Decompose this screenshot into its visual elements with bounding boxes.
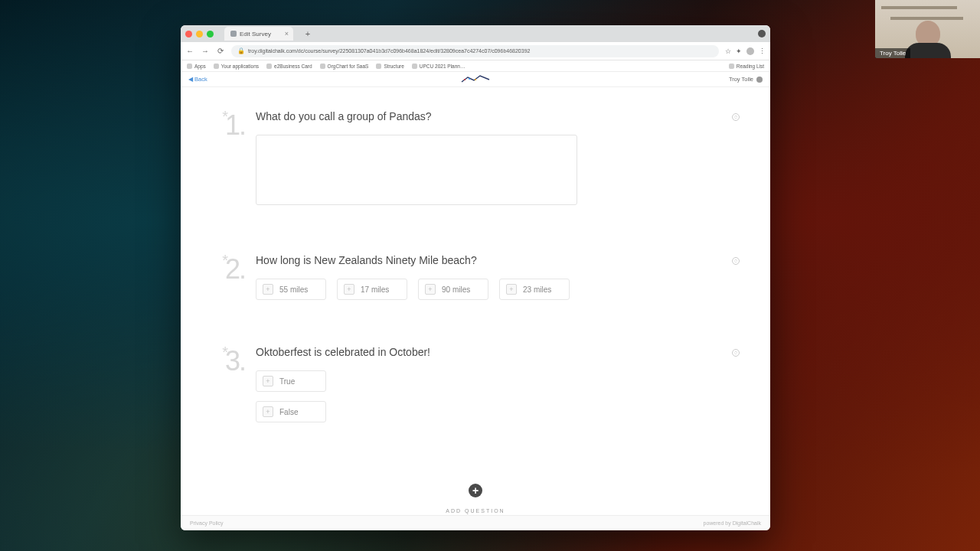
svg-point-2 bbox=[475, 79, 476, 80]
user-name: Troy Tolle bbox=[729, 76, 753, 83]
close-tab-icon[interactable]: × bbox=[285, 30, 289, 37]
radio-icon: + bbox=[263, 376, 273, 386]
bookmark-item[interactable]: Structure bbox=[376, 64, 403, 69]
svg-point-1 bbox=[469, 78, 470, 80]
question-block: *1. What do you call a group of Pandas? bbox=[211, 110, 740, 208]
svg-point-0 bbox=[464, 79, 466, 80]
question-number: *2. bbox=[211, 254, 245, 300]
bookmark-item[interactable]: e2Business Card bbox=[266, 64, 312, 69]
window-close-dot[interactable] bbox=[758, 30, 766, 37]
radio-icon: + bbox=[344, 284, 354, 295]
minimize-window-button[interactable] bbox=[196, 31, 203, 37]
reading-list[interactable]: Reading List bbox=[729, 64, 764, 69]
participant-name: Troy Tolle bbox=[875, 48, 910, 58]
browser-window: Edit Survey × + ← → ⟳ 🔒 troy.digitalchal… bbox=[181, 25, 770, 530]
radio-icon: + bbox=[263, 406, 273, 417]
url-field[interactable]: 🔒 troy.digitalchalk.com/dc/course/survey… bbox=[231, 45, 719, 57]
tab-favicon bbox=[230, 31, 237, 37]
powered-by: powered by DigitalChalk bbox=[704, 520, 761, 526]
browser-tab[interactable]: Edit Survey × bbox=[224, 27, 293, 41]
bookmark-apps[interactable]: Apps bbox=[187, 64, 206, 69]
page-footer: Privacy Policy powered by DigitalChalk bbox=[181, 515, 770, 530]
app-header: ◀ Back Troy Tolle bbox=[181, 72, 770, 87]
tab-strip: Edit Survey × + bbox=[181, 25, 770, 42]
menu-icon[interactable]: ⋮ bbox=[759, 47, 766, 55]
choice-option[interactable]: +17 miles bbox=[337, 279, 407, 300]
back-link[interactable]: ◀ Back bbox=[188, 76, 207, 83]
question-settings-icon[interactable] bbox=[732, 349, 740, 357]
bookmarks-bar: Apps Your applications e2Business Card O… bbox=[181, 60, 770, 72]
forward-button[interactable]: → bbox=[201, 47, 210, 55]
user-menu[interactable]: Troy Tolle bbox=[729, 76, 763, 83]
question-number: *3. bbox=[211, 346, 245, 422]
question-title[interactable]: What do you call a group of Pandas? bbox=[256, 110, 577, 122]
app-logo[interactable] bbox=[460, 74, 491, 85]
user-icon bbox=[756, 77, 763, 83]
radio-icon: + bbox=[506, 284, 517, 295]
video-call-thumbnail[interactable]: Troy Tolle bbox=[875, 0, 980, 58]
add-question-button[interactable]: + ADD QUESTION bbox=[211, 468, 740, 515]
plus-icon: + bbox=[469, 484, 482, 497]
bookmark-item[interactable]: OrgChart for SaaS bbox=[320, 64, 369, 69]
lock-icon: 🔒 bbox=[237, 47, 245, 54]
question-block: *2. How long is New Zealands Ninety Mile… bbox=[211, 254, 740, 300]
question-settings-icon[interactable] bbox=[732, 113, 740, 121]
new-tab-button[interactable]: + bbox=[302, 28, 313, 39]
url-text: troy.digitalchalk.com/dc/course/survey/2… bbox=[248, 48, 530, 54]
choice-option[interactable]: +90 miles bbox=[418, 279, 488, 300]
profile-avatar-icon[interactable] bbox=[746, 47, 754, 55]
question-block: *3. Oktoberfest is celebrated in October… bbox=[211, 346, 740, 422]
close-window-button[interactable] bbox=[185, 31, 192, 37]
bookmark-item[interactable]: UPCU 2021 Plann… bbox=[412, 64, 466, 69]
address-bar: ← → ⟳ 🔒 troy.digitalchalk.com/dc/course/… bbox=[181, 42, 770, 60]
radio-icon: + bbox=[425, 284, 436, 295]
answer-textarea[interactable] bbox=[256, 135, 577, 205]
choice-option[interactable]: +23 miles bbox=[499, 279, 570, 300]
choice-option[interactable]: +True bbox=[256, 370, 326, 392]
choice-option[interactable]: +False bbox=[256, 401, 326, 422]
maximize-window-button[interactable] bbox=[207, 31, 214, 37]
tab-title: Edit Survey bbox=[240, 31, 271, 37]
radio-icon: + bbox=[263, 284, 273, 295]
question-settings-icon[interactable] bbox=[732, 257, 740, 265]
privacy-link[interactable]: Privacy Policy bbox=[190, 520, 224, 526]
extensions-icon[interactable]: ✦ bbox=[736, 47, 742, 55]
choice-option[interactable]: +55 miles bbox=[256, 279, 326, 300]
add-question-label: ADD QUESTION bbox=[446, 508, 505, 514]
question-title[interactable]: How long is New Zealands Ninety Mile bea… bbox=[256, 254, 577, 266]
reload-button[interactable]: ⟳ bbox=[216, 47, 225, 55]
question-number: *1. bbox=[211, 110, 245, 208]
star-icon[interactable]: ☆ bbox=[725, 47, 731, 55]
window-controls[interactable] bbox=[185, 31, 214, 37]
bookmark-item[interactable]: Your applications bbox=[214, 64, 259, 69]
back-button[interactable]: ← bbox=[185, 47, 194, 55]
survey-editor: *1. What do you call a group of Pandas? … bbox=[181, 87, 770, 515]
question-title[interactable]: Oktoberfest is celebrated in October! bbox=[256, 346, 577, 358]
desktop-background: Troy Tolle Edit Survey × + ← → ⟳ 🔒 troy.… bbox=[0, 0, 980, 551]
